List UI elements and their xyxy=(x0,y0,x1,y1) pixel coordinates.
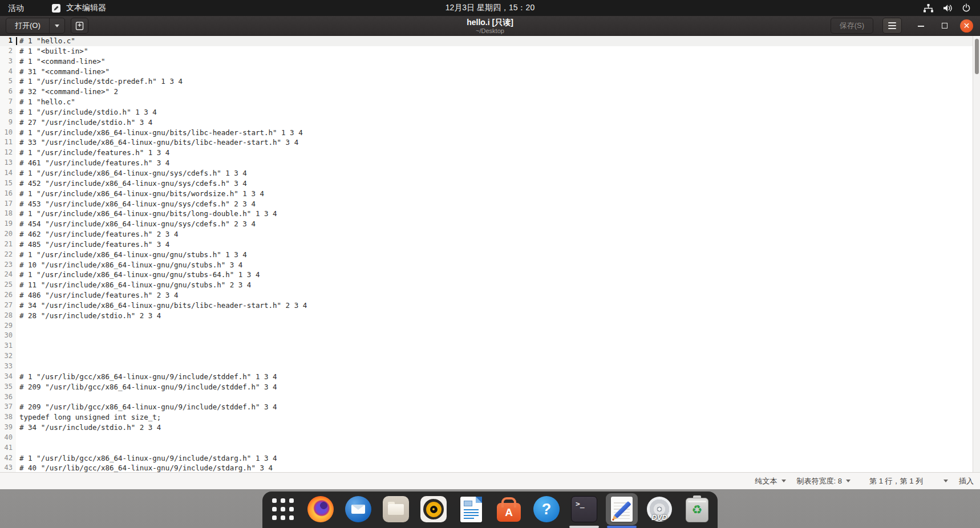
focused-app-indicator[interactable]: 文本编辑器 xyxy=(51,3,106,13)
vertical-scrollbar[interactable] xyxy=(973,36,980,472)
line-text xyxy=(16,362,19,372)
open-button[interactable]: 打开(O) xyxy=(6,18,49,33)
editor-line[interactable]: 24# 1 "/usr/include/x86_64-linux-gnu/gnu… xyxy=(0,270,980,280)
line-text: # 485 "/usr/include/features.h" 3 4 xyxy=(16,239,169,250)
new-document-button[interactable] xyxy=(71,18,88,34)
editor-line[interactable]: 14# 1 "/usr/include/x86_64-linux-gnu/sys… xyxy=(0,168,980,178)
editor-line[interactable]: 37# 209 "/usr/lib/gcc/x86_64-linux-gnu/9… xyxy=(0,402,980,412)
document-type-selector[interactable]: 纯文本 xyxy=(755,476,786,486)
editor-line[interactable]: 5# 1 "/usr/include/stdc-predef.h" 1 3 4 xyxy=(0,76,980,87)
editor-line[interactable]: 18# 1 "/usr/include/x86_64-linux-gnu/bit… xyxy=(0,209,980,219)
scrollbar-thumb[interactable] xyxy=(975,39,979,74)
editor-line[interactable]: 30 xyxy=(0,331,980,341)
line-number: 9 xyxy=(0,117,16,128)
line-text: # 1 "/usr/include/stdc-predef.h" 1 3 4 xyxy=(16,76,183,87)
editor-line[interactable]: 19# 454 "/usr/include/x86_64-linux-gnu/s… xyxy=(0,219,980,229)
minimize-button[interactable] xyxy=(913,21,928,31)
editor-line[interactable]: 17# 453 "/usr/include/x86_64-linux-gnu/s… xyxy=(0,199,980,209)
line-number: 10 xyxy=(0,128,16,138)
text-editor-view[interactable]: 1# 1 "hello.c"2# 1 "<built-in>"3# 1 "<co… xyxy=(0,36,980,472)
editor-line[interactable]: 22# 1 "/usr/include/x86_64-linux-gnu/gnu… xyxy=(0,250,980,260)
open-recent-dropdown[interactable] xyxy=(49,18,64,33)
insert-mode-toggle[interactable]: 插入 xyxy=(959,476,974,486)
editor-line[interactable]: 10# 1 "/usr/include/x86_64-linux-gnu/bit… xyxy=(0,128,980,138)
editor-line[interactable]: 23# 10 "/usr/include/x86_64-linux-gnu/gn… xyxy=(0,260,980,270)
dock-item-libreoffice-writer[interactable] xyxy=(457,495,485,523)
line-text: # 461 "/usr/include/features.h" 3 4 xyxy=(16,158,169,168)
activities-button[interactable]: 活动 xyxy=(0,0,32,16)
dock-item-trash[interactable]: ♻ xyxy=(683,495,711,523)
editor-line[interactable]: 2# 1 "<built-in>" xyxy=(0,46,980,56)
clock-and-date[interactable]: 12月3日 星期四，15：20 xyxy=(0,3,980,13)
tab-width-label: 制表符宽度: 8 xyxy=(797,476,842,486)
dock-item-text-editor[interactable] xyxy=(608,495,635,523)
system-status-area[interactable] xyxy=(923,3,980,13)
editor-line[interactable]: 35# 209 "/usr/lib/gcc/x86_64-linux-gnu/9… xyxy=(0,382,980,392)
editor-line[interactable]: 6# 32 "<command-line>" 2 xyxy=(0,87,980,97)
editor-line[interactable]: 21# 485 "/usr/include/features.h" 3 4 xyxy=(0,239,980,250)
chevron-down-icon xyxy=(781,480,786,482)
save-button[interactable]: 保存(S) xyxy=(831,18,873,34)
dock-item-dvd-burner[interactable]: DVD xyxy=(646,495,673,523)
editor-line[interactable]: 1# 1 "hello.c" xyxy=(0,36,980,46)
editor-line[interactable]: 8# 1 "/usr/include/stdio.h" 1 3 4 xyxy=(0,107,980,117)
editor-line[interactable]: 38typedef long unsigned int size_t; xyxy=(0,412,980,423)
line-number: 34 xyxy=(0,372,16,382)
line-number: 28 xyxy=(0,311,16,321)
editor-line[interactable]: 12# 1 "/usr/include/features.h" 1 3 4 xyxy=(0,148,980,158)
editor-line[interactable]: 16# 1 "/usr/include/x86_64-linux-gnu/bit… xyxy=(0,189,980,199)
line-text: # 31 "<command-line>" xyxy=(16,67,110,77)
dock-item-thunderbird[interactable] xyxy=(345,495,372,523)
restore-button[interactable] xyxy=(937,23,952,29)
dock-item-files[interactable] xyxy=(382,495,410,523)
editor-line[interactable]: 13# 461 "/usr/include/features.h" 3 4 xyxy=(0,158,980,168)
editor-line[interactable]: 25# 11 "/usr/include/x86_64-linux-gnu/gn… xyxy=(0,280,980,290)
editor-line[interactable]: 32 xyxy=(0,351,980,362)
dvd-burner-icon: DVD xyxy=(646,496,673,522)
editor-line[interactable]: 40 xyxy=(0,433,980,443)
tab-width-selector[interactable]: 制表符宽度: 8 xyxy=(797,476,851,486)
editor-line[interactable]: 39# 34 "/usr/include/stdio.h" 2 3 4 xyxy=(0,423,980,433)
text-cursor xyxy=(16,37,17,45)
line-text: # 28 "/usr/include/stdio.h" 2 3 4 xyxy=(16,311,161,321)
editor-line[interactable]: 43# 40 "/usr/lib/gcc/x86_64-linux-gnu/9/… xyxy=(0,463,980,472)
editor-line[interactable]: 42# 1 "/usr/lib/gcc/x86_64-linux-gnu/9/i… xyxy=(0,453,980,464)
dock-item-terminal[interactable]: >_ xyxy=(570,495,598,523)
dock-item-show-applications[interactable] xyxy=(269,495,297,523)
editor-line[interactable]: 4# 31 "<command-line>" xyxy=(0,67,980,77)
editor-line[interactable]: 11# 33 "/usr/include/x86_64-linux-gnu/bi… xyxy=(0,137,980,148)
editor-line[interactable]: 9# 27 "/usr/include/stdio.h" 3 4 xyxy=(0,117,980,128)
chevron-down-icon xyxy=(55,25,59,27)
editor-line[interactable]: 27# 34 "/usr/include/x86_64-linux-gnu/bi… xyxy=(0,300,980,311)
editor-line[interactable]: 34# 1 "/usr/lib/gcc/x86_64-linux-gnu/9/i… xyxy=(0,372,980,382)
editor-line[interactable]: 7# 1 "hello.c" xyxy=(0,97,980,107)
dock-item-rhythmbox[interactable] xyxy=(420,495,447,523)
editor-line[interactable]: 41 xyxy=(0,443,980,453)
line-text: # 11 "/usr/include/x86_64-linux-gnu/gnu/… xyxy=(16,280,251,290)
editor-line[interactable]: 20# 462 "/usr/include/features.h" 2 3 4 xyxy=(0,229,980,239)
editor-line[interactable]: 3# 1 "<command-line>" xyxy=(0,56,980,67)
editor-line[interactable]: 15# 452 "/usr/include/x86_64-linux-gnu/s… xyxy=(0,178,980,189)
running-indicator xyxy=(569,526,599,528)
goto-line-dropdown[interactable] xyxy=(943,480,948,482)
line-text: # 209 "/usr/lib/gcc/x86_64-linux-gnu/9/i… xyxy=(16,382,277,392)
dock-item-ubuntu-software[interactable]: A xyxy=(495,495,523,523)
firefox-icon xyxy=(307,496,334,522)
line-text: # 40 "/usr/lib/gcc/x86_64-linux-gnu/9/in… xyxy=(16,463,273,472)
line-text: # 1 "/usr/include/x86_64-linux-gnu/bits/… xyxy=(16,209,277,219)
editor-line[interactable]: 28# 28 "/usr/include/stdio.h" 2 3 4 xyxy=(0,311,980,321)
line-number: 8 xyxy=(0,107,16,117)
hamburger-menu-button[interactable] xyxy=(882,18,902,34)
editor-line[interactable]: 29 xyxy=(0,321,980,331)
dock: A ? >_ DVD ♻ xyxy=(262,492,718,528)
header-right-controls: 保存(S) ✕ xyxy=(831,18,974,34)
dock-item-help[interactable]: ? xyxy=(533,495,560,523)
close-button[interactable]: ✕ xyxy=(960,19,973,33)
files-icon xyxy=(383,496,409,522)
editor-line[interactable]: 36 xyxy=(0,392,980,403)
editor-line[interactable]: 31 xyxy=(0,341,980,351)
editor-line[interactable]: 26# 486 "/usr/include/features.h" 2 3 4 xyxy=(0,290,980,300)
line-number: 22 xyxy=(0,250,16,260)
editor-line[interactable]: 33 xyxy=(0,362,980,372)
dock-item-firefox[interactable] xyxy=(307,495,334,523)
